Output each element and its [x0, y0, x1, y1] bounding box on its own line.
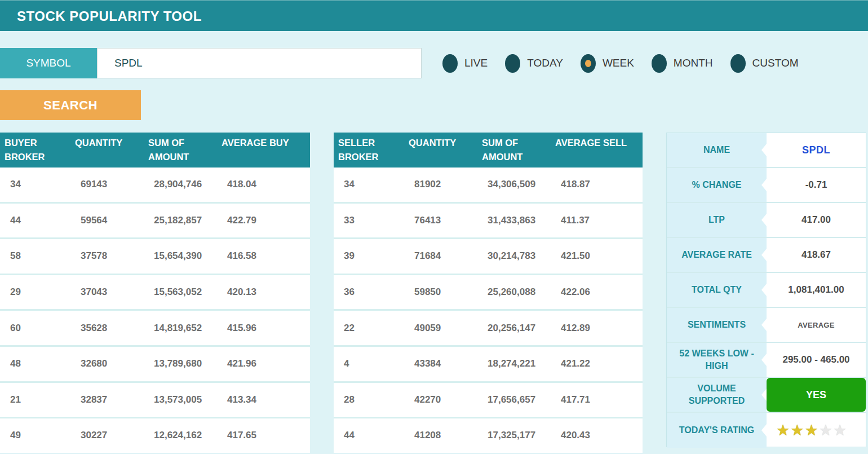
- period-option-live[interactable]: LIVE: [442, 54, 488, 73]
- summary-row: VOLUME SUPPORTEDYES: [667, 378, 866, 413]
- summary-label: TODAY'S RATING: [667, 413, 767, 448]
- summary-value: SPDL: [767, 133, 866, 167]
- table-cell: 21: [0, 394, 70, 405]
- table-cell: 28,904,746: [144, 179, 217, 190]
- table-cell: 71684: [404, 250, 477, 262]
- summary-label: LTP: [667, 203, 767, 237]
- table-row: 284227017,656,657417.71: [334, 381, 643, 417]
- page-title: STOCK POPULARITY TOOL: [17, 1, 202, 31]
- table-cell: 69143: [70, 179, 144, 190]
- summary-label: % CHANGE: [667, 168, 767, 202]
- table-row: 337641331,433,863411.37: [334, 202, 643, 238]
- table-cell: 418.04: [217, 179, 310, 190]
- table-cell: 37043: [70, 286, 144, 298]
- table-cell: 60: [0, 323, 70, 334]
- radio-icon[interactable]: [505, 54, 520, 73]
- symbol-input[interactable]: [97, 48, 422, 78]
- table-cell: 20,256,147: [477, 323, 551, 334]
- app-header: STOCK POPULARITY TOOL: [0, 0, 868, 31]
- table-cell: 44: [0, 215, 70, 226]
- period-option-week[interactable]: WEEK: [581, 54, 634, 73]
- star-empty-icon: ★: [833, 423, 847, 438]
- table-row: 483268013,789,680421.96: [0, 345, 310, 381]
- table-cell: 48: [0, 358, 70, 369]
- table-cell: 35628: [70, 323, 144, 334]
- star-empty-icon: ★: [819, 423, 832, 438]
- search-button[interactable]: SEARCH: [0, 90, 141, 120]
- table-row: 348190234,306,509418.87: [334, 168, 643, 202]
- period-option-label: TODAY: [527, 57, 563, 69]
- table-row: 493022712,624,162417.65: [0, 417, 310, 453]
- summary-row: % CHANGE-0.71: [667, 168, 866, 203]
- summary-row: AVERAGE RATE418.67: [667, 238, 866, 273]
- table-row: 365985025,260,088422.06: [334, 274, 643, 310]
- table-cell: 14,819,652: [144, 323, 217, 334]
- column-header: AVERAGE BUY: [217, 133, 310, 168]
- radio-icon[interactable]: [442, 54, 458, 73]
- table-cell: 28: [334, 394, 404, 405]
- table-cell: 49059: [404, 323, 477, 334]
- table-cell: 18,274,221: [477, 358, 551, 369]
- summary-row: 52 WEEKS LOW - HIGH295.00 - 465.00: [667, 343, 866, 378]
- table-row: 346914328,904,746418.04: [0, 168, 310, 202]
- summary-label: SENTIMENTS: [667, 308, 767, 342]
- table-cell: 418.87: [551, 179, 643, 190]
- table-row: 397168430,214,783421.50: [334, 237, 643, 274]
- table-cell: 36: [334, 286, 404, 298]
- table-cell: 39: [334, 250, 404, 262]
- table-cell: 13,789,680: [144, 358, 217, 369]
- table-cell: 17,325,177: [477, 430, 551, 441]
- table-cell: 421.22: [551, 358, 643, 369]
- column-header: AVERAGE SELL: [551, 133, 643, 168]
- table-cell: 42270: [404, 394, 477, 405]
- summary-value: AVERAGE: [767, 308, 866, 342]
- table-cell: 421.96: [217, 358, 310, 369]
- period-option-month[interactable]: MONTH: [652, 54, 713, 73]
- summary-value: 418.67: [767, 238, 866, 272]
- period-option-custom[interactable]: CUSTOM: [730, 54, 799, 73]
- period-option-label: MONTH: [674, 57, 713, 69]
- table-cell: 41208: [404, 430, 477, 441]
- table-cell: 22: [334, 323, 404, 334]
- table-cell: 25,260,088: [477, 286, 551, 298]
- table-cell: 30227: [70, 430, 144, 441]
- table-cell: 13,573,005: [144, 394, 217, 405]
- volume-supported-badge: YES: [797, 387, 835, 403]
- table-cell: 81902: [404, 179, 477, 190]
- table-cell: 422.79: [217, 215, 310, 226]
- column-header: BUYER BROKER: [0, 133, 70, 168]
- column-header: SELLER BROKER: [334, 133, 404, 168]
- table-cell: 413.34: [217, 394, 310, 405]
- table-cell: 15,654,390: [144, 250, 217, 262]
- table-cell: 44: [334, 430, 404, 441]
- table-cell: 420.13: [217, 286, 310, 298]
- period-option-label: WEEK: [603, 57, 634, 69]
- summary-row: TODAY'S RATING★★★★★: [667, 413, 866, 448]
- star-filled-icon: ★: [790, 423, 804, 438]
- table-cell: 30,214,783: [477, 250, 551, 262]
- table-row: 44338418,274,221421.22: [334, 345, 643, 381]
- buyer-table-body: 346914328,904,746418.04445956425,182,857…: [0, 168, 310, 453]
- table-cell: 34: [0, 179, 70, 190]
- summary-value: YES: [767, 378, 866, 412]
- table-cell: 59850: [404, 286, 477, 298]
- table-cell: 417.65: [217, 430, 310, 441]
- table-cell: 4: [334, 358, 404, 369]
- period-option-label: CUSTOM: [752, 57, 799, 69]
- table-cell: 31,433,863: [477, 215, 551, 226]
- summary-value: 295.00 - 465.00: [767, 343, 866, 377]
- radio-icon[interactable]: [652, 54, 667, 73]
- table-cell: 43384: [404, 358, 477, 369]
- table-row: 293704315,563,052420.13: [0, 274, 310, 310]
- radio-icon[interactable]: [730, 54, 746, 73]
- radio-selected-icon[interactable]: [581, 54, 596, 73]
- column-header: SUM OF AMOUNT: [144, 133, 217, 168]
- table-cell: 76413: [404, 215, 477, 226]
- table-cell: 33: [334, 215, 404, 226]
- summary-label: TOTAL QTY: [667, 273, 767, 307]
- table-cell: 32680: [70, 358, 144, 369]
- period-option-today[interactable]: TODAY: [505, 54, 563, 73]
- table-row: 224905920,256,147412.89: [334, 309, 643, 345]
- table-cell: 417.71: [551, 394, 643, 405]
- column-header: QUANTITY: [404, 133, 477, 168]
